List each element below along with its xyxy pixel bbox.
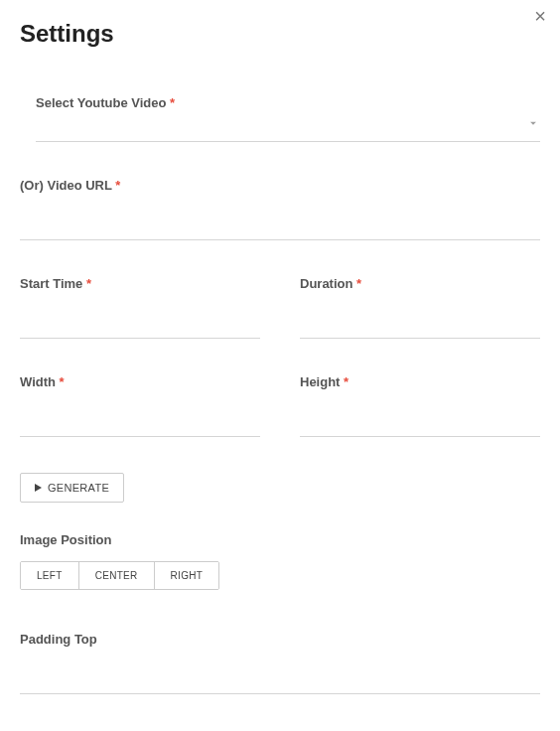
play-icon — [35, 484, 42, 492]
required-mark: * — [352, 276, 361, 291]
select-video-label-text: Select Youtube Video — [36, 95, 166, 110]
start-time-field: Start Time * — [20, 276, 260, 339]
generate-button-label: GENERATE — [48, 482, 109, 494]
duration-label-text: Duration — [300, 276, 352, 291]
height-label: Height * — [300, 374, 540, 389]
width-label-text: Width — [20, 374, 56, 389]
close-button[interactable]: × — [534, 6, 546, 26]
image-position-right[interactable]: RIGHT — [155, 562, 219, 589]
duration-input[interactable] — [300, 295, 540, 339]
padding-top-label: Padding Top — [20, 632, 540, 647]
video-url-label-text: (Or) Video URL — [20, 178, 112, 193]
generate-group: GENERATE — [20, 473, 540, 503]
generate-button[interactable]: GENERATE — [20, 473, 124, 503]
image-position-label: Image Position — [20, 532, 540, 547]
select-youtube-video-input[interactable] — [36, 114, 540, 142]
required-mark: * — [112, 178, 121, 193]
required-mark: * — [166, 95, 175, 110]
duration-field: Duration * — [300, 276, 540, 339]
settings-panel: Settings Select Youtube Video * (Or) Vid… — [0, 0, 560, 731]
required-mark: * — [56, 374, 65, 389]
width-label: Width * — [20, 374, 260, 389]
start-time-label-text: Start Time — [20, 276, 82, 291]
duration-label: Duration * — [300, 276, 540, 291]
required-mark: * — [82, 276, 91, 291]
video-url-label: (Or) Video URL * — [20, 178, 540, 193]
required-mark: * — [340, 374, 349, 389]
close-icon: × — [534, 5, 546, 27]
select-video-label: Select Youtube Video * — [36, 95, 540, 110]
image-position-center[interactable]: CENTER — [79, 562, 155, 589]
start-time-input[interactable] — [20, 295, 260, 339]
page-title: Settings — [20, 20, 540, 48]
image-position-group: Image Position LEFT CENTER RIGHT — [20, 532, 540, 590]
image-position-segmented: LEFT CENTER RIGHT — [20, 561, 219, 590]
padding-top-input[interactable] — [20, 651, 540, 694]
padding-top-field: Padding Top — [20, 632, 540, 694]
height-input[interactable] — [300, 393, 540, 437]
image-position-left[interactable]: LEFT — [21, 562, 79, 589]
width-input[interactable] — [20, 393, 260, 437]
width-field: Width * — [20, 374, 260, 437]
video-url-input[interactable] — [20, 197, 540, 240]
select-video-field: Select Youtube Video * — [36, 95, 540, 142]
height-field: Height * — [300, 374, 540, 437]
video-url-field: (Or) Video URL * — [20, 178, 540, 240]
start-time-label: Start Time * — [20, 276, 260, 291]
height-label-text: Height — [300, 374, 340, 389]
